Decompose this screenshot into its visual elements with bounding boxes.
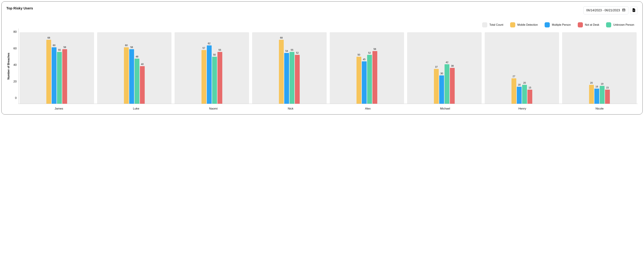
bar-value-label: 38 bbox=[451, 64, 454, 67]
card-header: Top Risky Users 06/14/2023 - 06/21/2023 bbox=[6, 6, 638, 14]
x-axis-label: Henry bbox=[485, 107, 560, 110]
y-axis-ticks: 806040200 bbox=[11, 28, 18, 104]
data-bar[interactable]: 20 bbox=[589, 85, 594, 104]
bar-value-label: 19 bbox=[601, 82, 604, 85]
date-range-text: 06/14/2023 - 06/21/2023 bbox=[586, 8, 620, 12]
calendar-icon bbox=[622, 8, 626, 12]
bar-value-label: 60 bbox=[53, 44, 56, 47]
legend-item[interactable]: Not at Desk bbox=[578, 22, 599, 27]
data-bar[interactable]: 38 bbox=[450, 68, 455, 104]
x-axis-label: Alex bbox=[331, 107, 405, 110]
risky-users-card: Top Risky Users 06/14/2023 - 06/21/2023 bbox=[1, 1, 643, 114]
bar-value-label: 58 bbox=[130, 46, 133, 48]
bar-value-label: 40 bbox=[141, 63, 144, 65]
x-axis-labels: JamesLukeNaomiNickAlexMichaelHenryNicole bbox=[21, 107, 638, 110]
data-bar[interactable]: 37 bbox=[434, 69, 439, 104]
legend-item[interactable]: Mobile Detection bbox=[510, 22, 538, 27]
bar-value-label: 55 bbox=[290, 48, 293, 51]
bar-value-label: 62 bbox=[208, 42, 210, 45]
svg-rect-5 bbox=[624, 10, 624, 11]
bar-value-label: 15 bbox=[606, 86, 609, 89]
data-bar[interactable]: 57 bbox=[202, 50, 206, 104]
data-bar[interactable]: 27 bbox=[512, 78, 516, 104]
bar-value-label: 55 bbox=[58, 48, 61, 51]
bar-cluster: 20161915 bbox=[562, 28, 636, 104]
bar-value-label: 45 bbox=[363, 58, 366, 61]
data-bar[interactable]: 68 bbox=[279, 40, 284, 104]
legend-label: Total Count bbox=[489, 23, 503, 26]
legend-item[interactable]: Total Count bbox=[482, 22, 503, 27]
bar-group: 68545552 bbox=[252, 28, 327, 104]
bar-cluster: 57625055 bbox=[174, 28, 249, 104]
date-range-picker[interactable]: 06/14/2023 - 06/21/2023 bbox=[584, 6, 628, 14]
data-bar[interactable]: 18 bbox=[517, 87, 522, 104]
data-bar[interactable]: 55 bbox=[218, 52, 222, 104]
bar-value-label: 27 bbox=[512, 75, 515, 78]
bar-cluster: 68605558 bbox=[20, 28, 94, 104]
data-bar[interactable]: 50 bbox=[212, 57, 217, 104]
data-bar[interactable]: 56 bbox=[372, 51, 377, 104]
y-tick: 0 bbox=[15, 96, 17, 100]
chart-plot: 6860555860584840576250556854555250455256… bbox=[18, 28, 638, 104]
bar-group: 60584840 bbox=[97, 28, 172, 104]
bar-value-label: 60 bbox=[125, 44, 128, 47]
bar-value-label: 50 bbox=[213, 53, 216, 56]
data-bar[interactable]: 58 bbox=[129, 49, 134, 104]
bar-cluster: 68545552 bbox=[252, 28, 327, 104]
bar-value-label: 48 bbox=[136, 55, 138, 58]
chart-area: Number of Breaches 806040200 68605558605… bbox=[6, 28, 638, 104]
y-tick: 40 bbox=[14, 63, 17, 67]
bar-group: 50455256 bbox=[330, 28, 404, 104]
data-bar[interactable]: 58 bbox=[62, 49, 67, 104]
card-title: Top Risky Users bbox=[6, 6, 33, 10]
data-bar[interactable]: 15 bbox=[528, 90, 532, 104]
legend-swatch bbox=[544, 22, 550, 27]
bar-value-label: 42 bbox=[446, 61, 448, 64]
svg-text:X: X bbox=[633, 9, 634, 11]
data-bar[interactable]: 42 bbox=[444, 64, 449, 104]
data-bar[interactable]: 54 bbox=[284, 53, 289, 104]
data-bar[interactable]: 60 bbox=[124, 47, 129, 104]
bar-value-label: 16 bbox=[596, 85, 598, 88]
data-bar[interactable]: 60 bbox=[52, 47, 56, 104]
data-bar[interactable]: 62 bbox=[207, 45, 212, 104]
export-button[interactable]: X bbox=[630, 7, 638, 14]
data-bar[interactable]: 16 bbox=[594, 89, 599, 104]
bar-value-label: 52 bbox=[296, 51, 299, 54]
bar-value-label: 68 bbox=[48, 36, 50, 39]
data-bar[interactable]: 15 bbox=[605, 90, 610, 104]
bar-group: 20161915 bbox=[562, 28, 636, 104]
bar-value-label: 52 bbox=[368, 51, 371, 54]
legend-label: Multiple Person bbox=[552, 23, 571, 26]
legend-label: Not at Desk bbox=[585, 23, 599, 26]
bar-value-label: 15 bbox=[528, 86, 531, 89]
data-bar[interactable]: 55 bbox=[57, 52, 62, 104]
data-bar[interactable]: 40 bbox=[140, 66, 145, 104]
bar-cluster: 37304238 bbox=[407, 28, 482, 104]
legend-item[interactable]: Unknown Person bbox=[606, 22, 634, 27]
data-bar[interactable]: 52 bbox=[295, 55, 300, 104]
chart-legend: Total CountMobile DetectionMultiple Pers… bbox=[6, 22, 638, 27]
data-bar[interactable]: 20 bbox=[522, 85, 527, 104]
legend-swatch bbox=[578, 22, 583, 27]
x-axis-label: Nick bbox=[254, 107, 328, 110]
data-bar[interactable]: 48 bbox=[134, 59, 139, 104]
bar-cluster: 27182015 bbox=[485, 28, 559, 104]
svg-rect-6 bbox=[624, 10, 625, 11]
data-bar[interactable]: 68 bbox=[46, 40, 51, 104]
bar-value-label: 37 bbox=[435, 65, 438, 68]
y-tick: 80 bbox=[14, 30, 17, 34]
bar-group: 57625055 bbox=[174, 28, 249, 104]
data-bar[interactable]: 30 bbox=[439, 75, 444, 104]
bar-value-label: 30 bbox=[440, 72, 443, 75]
x-axis-label: Michael bbox=[408, 107, 482, 110]
y-axis-label: Number of Breaches bbox=[6, 28, 11, 104]
bar-value-label: 54 bbox=[285, 49, 288, 52]
export-excel-icon: X bbox=[632, 8, 636, 13]
data-bar[interactable]: 55 bbox=[290, 52, 294, 104]
data-bar[interactable]: 50 bbox=[356, 57, 361, 104]
data-bar[interactable]: 19 bbox=[600, 86, 604, 104]
data-bar[interactable]: 45 bbox=[362, 61, 367, 104]
data-bar[interactable]: 52 bbox=[367, 55, 372, 104]
legend-item[interactable]: Multiple Person bbox=[544, 22, 571, 27]
